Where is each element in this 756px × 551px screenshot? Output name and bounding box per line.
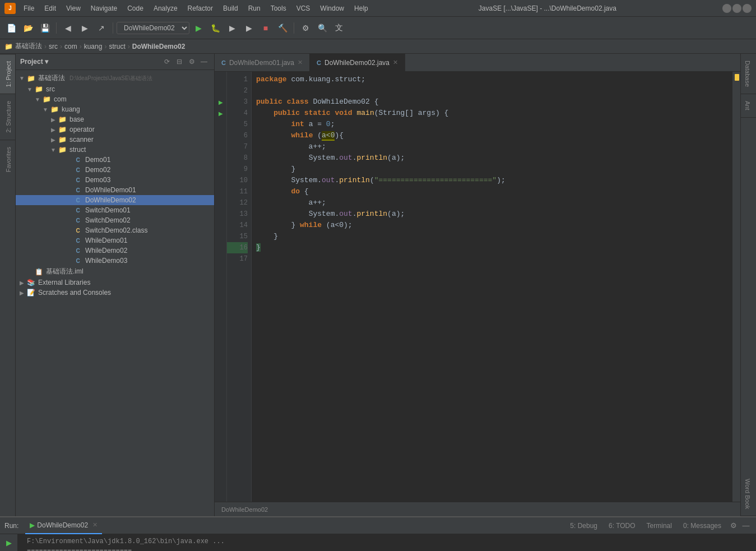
run-tab-label: DoWhileDemo02 bbox=[37, 521, 88, 529]
run-config-dropdown[interactable]: DoWhileDemo02 bbox=[117, 22, 189, 34]
minimize-bottom-icon[interactable]: — bbox=[740, 520, 752, 531]
settings-bottom-icon[interactable]: ⚙ bbox=[728, 520, 739, 531]
tree-item-dowhiledemo02[interactable]: C DoWhileDemo02 bbox=[16, 195, 214, 205]
editor-tab-2-close[interactable]: ✕ bbox=[393, 59, 398, 66]
tab-favorites[interactable]: Favorites bbox=[0, 140, 15, 179]
folder-icon-com: 📁 bbox=[41, 95, 52, 103]
tree-item-whiledemo03[interactable]: C WhileDemo03 bbox=[16, 256, 214, 266]
tree-item-iml[interactable]: 📋 基础语法.iml bbox=[16, 266, 214, 277]
menu-file[interactable]: File bbox=[19, 3, 39, 14]
menu-tools[interactable]: Tools bbox=[266, 3, 291, 14]
run-button[interactable]: ▶ bbox=[191, 20, 206, 36]
menu-view[interactable]: View bbox=[62, 3, 85, 14]
breadcrumb-item-root[interactable]: 📁 bbox=[4, 43, 13, 50]
breadcrumb-item-current[interactable]: DoWhileDemo02 bbox=[132, 43, 185, 50]
tree-item-whiledemo01[interactable]: C WhileDemo01 bbox=[16, 235, 214, 246]
close-button[interactable] bbox=[743, 4, 752, 13]
editor-tab-1-close[interactable]: ✕ bbox=[298, 59, 303, 66]
wordbook-panel-tab[interactable]: Word Book bbox=[741, 472, 756, 516]
tab-structure[interactable]: 2: Structure bbox=[0, 94, 15, 140]
save-button[interactable]: 💾 bbox=[37, 20, 53, 36]
tree-item-switchdemo01[interactable]: C SwitchDemo01 bbox=[16, 205, 214, 215]
menu-run[interactable]: Run bbox=[244, 3, 265, 14]
editor-footer-label: DoWhileDemo02 bbox=[221, 506, 268, 513]
terminal-tab[interactable]: Terminal bbox=[642, 517, 676, 534]
back-button[interactable]: ◀ bbox=[60, 20, 76, 36]
breadcrumb-item-4[interactable]: kuang bbox=[84, 43, 103, 50]
external-button[interactable]: ↗ bbox=[94, 20, 109, 36]
new-project-button[interactable]: 📄 bbox=[3, 20, 19, 36]
hide-icon[interactable]: — bbox=[198, 56, 210, 67]
breadcrumb-item-2[interactable]: src bbox=[49, 43, 58, 50]
run-tab[interactable]: ▶ DoWhileDemo02 ✕ bbox=[25, 517, 102, 534]
tree-item-extlibs[interactable]: ▶ 📚 External Libraries bbox=[16, 277, 214, 288]
bottom-tabs: Run: ▶ DoWhileDemo02 ✕ 5: Debug 6: TODO … bbox=[0, 517, 756, 534]
build-button[interactable]: 🔨 bbox=[275, 20, 290, 36]
menu-vcs[interactable]: VCS bbox=[292, 3, 315, 14]
collapse-icon[interactable]: ⊟ bbox=[174, 56, 185, 67]
editor-tab-1[interactable]: C DoWhileDemo01.java ✕ bbox=[215, 54, 310, 72]
tree-item-root[interactable]: ▼ 📁 基础语法 D:\IdeaProjects\JavaSE\基础语法 bbox=[16, 72, 214, 84]
tree-item-base[interactable]: ▶ 📁 base bbox=[16, 114, 214, 124]
project-panel-header: Project ▾ ⟳ ⊟ ⚙ — bbox=[16, 54, 214, 70]
translate-button[interactable]: 文 bbox=[331, 20, 347, 36]
messages-tab[interactable]: 0: Messages bbox=[679, 517, 726, 534]
tree-item-whiledemo02[interactable]: C WhileDemo02 bbox=[16, 246, 214, 256]
separator-3 bbox=[294, 22, 294, 34]
tree-item-com[interactable]: ▼ 📁 com bbox=[16, 94, 214, 104]
tree-item-scratches[interactable]: ▶ 📝 Scratches and Consoles bbox=[16, 288, 214, 298]
menu-build[interactable]: Build bbox=[219, 3, 243, 14]
open-button[interactable]: 📂 bbox=[20, 20, 36, 36]
java-icon-switchdemo02: C bbox=[73, 216, 83, 224]
minimize-button[interactable] bbox=[722, 4, 731, 13]
tree-item-scanner[interactable]: ▶ 📁 scanner bbox=[16, 135, 214, 145]
tree-item-dowhiledemo01[interactable]: C DoWhileDemo01 bbox=[16, 185, 214, 195]
tree-item-struct[interactable]: ▼ 📁 struct bbox=[16, 145, 214, 155]
tree-item-demo03[interactable]: C Demo03 bbox=[16, 175, 214, 185]
sync-icon[interactable]: ⟳ bbox=[161, 56, 173, 67]
breadcrumb-item-5[interactable]: struct bbox=[109, 43, 125, 50]
editor-tab-2[interactable]: C DoWhileDemo02.java ✕ bbox=[310, 54, 405, 72]
tree-item-src[interactable]: ▼ 📁 src bbox=[16, 84, 214, 94]
forward-button[interactable]: ▶ bbox=[77, 20, 92, 36]
tree-item-kuang[interactable]: ▼ 📁 kuang bbox=[16, 104, 214, 114]
ant-panel-tab[interactable]: Ant bbox=[741, 94, 756, 118]
menu-help[interactable]: Help bbox=[350, 3, 373, 14]
menu-window[interactable]: Window bbox=[316, 3, 349, 14]
code-content[interactable]: package com.kuang.struct; public class D… bbox=[252, 72, 732, 502]
code-editor[interactable]: ▶ ▶ 1 2 3 4 5 bbox=[215, 72, 740, 502]
tree-arrow-scratches: ▶ bbox=[18, 290, 26, 296]
maximize-button[interactable] bbox=[732, 4, 741, 13]
menu-refactor[interactable]: Refactor bbox=[183, 3, 217, 14]
debug-tab[interactable]: 5: Debug bbox=[565, 517, 602, 534]
tab-project[interactable]: 1: Project bbox=[0, 54, 15, 94]
tree-label-root: 基础语法 bbox=[38, 73, 65, 83]
settings-button[interactable]: ⚙ bbox=[298, 20, 313, 36]
tree-item-demo01[interactable]: C Demo01 bbox=[16, 155, 214, 165]
project-panel: Project ▾ ⟳ ⊟ ⚙ — ▼ 📁 基础语法 D:\IdeaProjec… bbox=[16, 54, 215, 516]
run-run-button[interactable]: ▶ bbox=[3, 536, 15, 549]
editor-scrollbar[interactable] bbox=[732, 72, 740, 502]
stop-button[interactable]: ■ bbox=[258, 20, 273, 36]
search-button[interactable]: 🔍 bbox=[314, 20, 330, 36]
breadcrumb-item-3[interactable]: com bbox=[64, 43, 77, 50]
tree-item-switchdemo02[interactable]: C SwitchDemo02 bbox=[16, 215, 214, 225]
tree-item-demo02[interactable]: C Demo02 bbox=[16, 165, 214, 175]
tree-item-operator[interactable]: ▶ 📁 operator bbox=[16, 124, 214, 135]
breadcrumb-item-1[interactable]: 基础语法 bbox=[15, 41, 42, 51]
debug-button[interactable]: 🐛 bbox=[207, 20, 223, 36]
menu-analyze[interactable]: Analyze bbox=[149, 3, 182, 14]
tree-label-dowhiledemo02: DoWhileDemo02 bbox=[85, 196, 136, 204]
run-tab-close[interactable]: ✕ bbox=[92, 521, 98, 529]
breadcrumb-sep-1: › bbox=[44, 43, 47, 50]
tree-item-switchdemo02class[interactable]: C SwitchDemo02.class bbox=[16, 225, 214, 235]
settings-icon[interactable]: ⚙ bbox=[186, 56, 197, 67]
breadcrumb-sep-2: › bbox=[60, 43, 62, 50]
menu-navigate[interactable]: Navigate bbox=[86, 3, 122, 14]
menu-edit[interactable]: Edit bbox=[40, 3, 61, 14]
profile-button[interactable]: ▶ bbox=[241, 20, 257, 36]
todo-tab[interactable]: 6: TODO bbox=[604, 517, 640, 534]
menu-code[interactable]: Code bbox=[123, 3, 148, 14]
database-panel-tab[interactable]: Database bbox=[741, 54, 756, 94]
coverage-button[interactable]: ▶ bbox=[224, 20, 240, 36]
